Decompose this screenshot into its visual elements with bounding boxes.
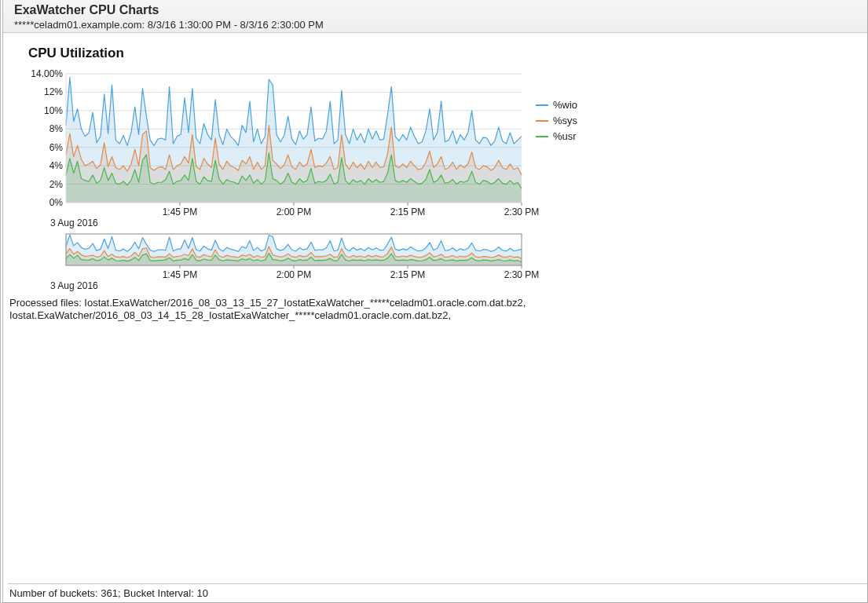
- svg-text:2:15 PM: 2:15 PM: [390, 206, 426, 217]
- svg-text:2:30 PM: 2:30 PM: [504, 206, 540, 217]
- svg-text:1:45 PM: 1:45 PM: [163, 206, 198, 217]
- svg-text:2:15 PM: 2:15 PM: [390, 269, 426, 280]
- svg-text:4%: 4%: [49, 160, 64, 171]
- svg-text:6%: 6%: [49, 142, 64, 153]
- legend-wio: %wio: [553, 99, 577, 111]
- svg-text:2:00 PM: 2:00 PM: [277, 269, 312, 280]
- page-subtitle: *****celadm01.example.com: 8/3/16 1:30:0…: [14, 19, 863, 31]
- svg-text:2%: 2%: [49, 179, 64, 190]
- svg-text:14.00%: 14.00%: [31, 68, 63, 79]
- cpu-utilization-chart: 0%2%4%6%8%10%12%14.00%1:45 PM2:00 PM2:15…: [19, 66, 600, 294]
- svg-text:2:00 PM: 2:00 PM: [277, 206, 312, 217]
- svg-text:3 Aug 2016: 3 Aug 2016: [50, 280, 98, 291]
- chart-title: CPU Utilization: [28, 46, 867, 61]
- overview-chart-svg[interactable]: 1:45 PM2:00 PM2:15 PM2:30 PM3 Aug 2016: [19, 231, 600, 294]
- svg-text:3 Aug 2016: 3 Aug 2016: [50, 217, 98, 228]
- header: ExaWatcher CPU Charts *****celadm01.exam…: [3, 0, 867, 33]
- page-title: ExaWatcher CPU Charts: [14, 3, 863, 17]
- legend-usr: %usr: [553, 130, 577, 142]
- svg-text:10%: 10%: [44, 105, 63, 116]
- legend-sys: %sys: [553, 115, 578, 126]
- svg-text:8%: 8%: [49, 123, 64, 134]
- svg-text:1:45 PM: 1:45 PM: [163, 269, 198, 280]
- svg-text:2:30 PM: 2:30 PM: [504, 269, 540, 280]
- status-bar: Number of buckets: 361; Bucket Interval:…: [8, 583, 867, 602]
- svg-text:0%: 0%: [49, 197, 64, 208]
- svg-text:12%: 12%: [44, 86, 63, 97]
- main-chart-svg[interactable]: 0%2%4%6%8%10%12%14.00%1:45 PM2:00 PM2:15…: [19, 66, 600, 231]
- processed-files: Processed files: Iostat.ExaWatcher/2016_…: [9, 297, 559, 323]
